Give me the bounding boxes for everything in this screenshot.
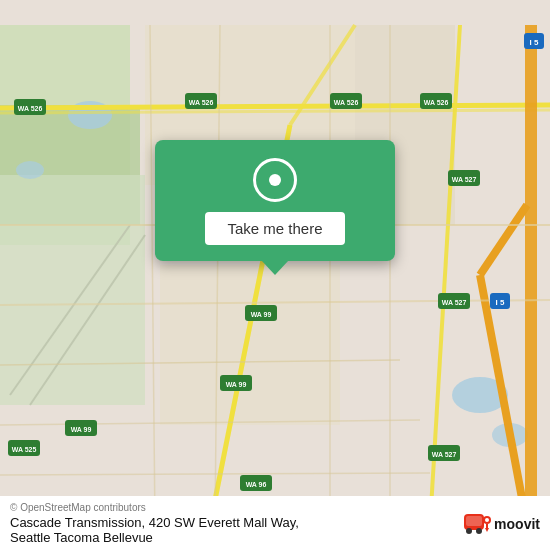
svg-text:WA 96: WA 96 <box>246 481 267 488</box>
svg-line-13 <box>0 105 550 108</box>
map-container: I 5 WA 526 WA 526 WA 526 WA 526 WA 527 W… <box>0 0 550 550</box>
take-me-there-button[interactable]: Take me there <box>205 212 344 245</box>
location-pin-circle <box>253 158 297 202</box>
svg-text:WA 525: WA 525 <box>12 446 37 453</box>
bottom-info-bar: © OpenStreetMap contributors Cascade Tra… <box>0 496 550 550</box>
svg-point-62 <box>466 528 472 534</box>
svg-text:WA 527: WA 527 <box>432 451 457 458</box>
location-popup: Take me there <box>155 140 395 261</box>
map-background: I 5 WA 526 WA 526 WA 526 WA 526 WA 527 W… <box>0 0 550 550</box>
svg-text:WA 526: WA 526 <box>424 99 449 106</box>
svg-marker-67 <box>485 528 489 532</box>
svg-text:WA 526: WA 526 <box>334 99 359 106</box>
svg-text:WA 527: WA 527 <box>452 176 477 183</box>
svg-text:WA 526: WA 526 <box>189 99 214 106</box>
moovit-icon-svg <box>463 510 491 538</box>
svg-text:WA 99: WA 99 <box>251 311 272 318</box>
moovit-logo: moovit <box>463 510 540 538</box>
pin-dot <box>269 174 281 186</box>
svg-text:I 5: I 5 <box>496 298 505 307</box>
moovit-text-label: moovit <box>494 516 540 532</box>
svg-text:WA 99: WA 99 <box>71 426 92 433</box>
svg-point-7 <box>16 161 44 179</box>
svg-point-63 <box>476 528 482 534</box>
svg-text:WA 99: WA 99 <box>226 381 247 388</box>
svg-text:WA 526: WA 526 <box>18 105 43 112</box>
svg-rect-61 <box>466 516 482 526</box>
svg-rect-17 <box>525 25 537 525</box>
svg-rect-11 <box>160 265 340 425</box>
svg-text:I 5: I 5 <box>530 38 539 47</box>
svg-text:WA 527: WA 527 <box>442 299 467 306</box>
svg-rect-3 <box>0 175 145 405</box>
place-address: Cascade Transmission, 420 SW Everett Mal… <box>10 515 463 545</box>
osm-copyright: © OpenStreetMap contributors <box>10 502 463 513</box>
svg-point-65 <box>485 518 489 522</box>
